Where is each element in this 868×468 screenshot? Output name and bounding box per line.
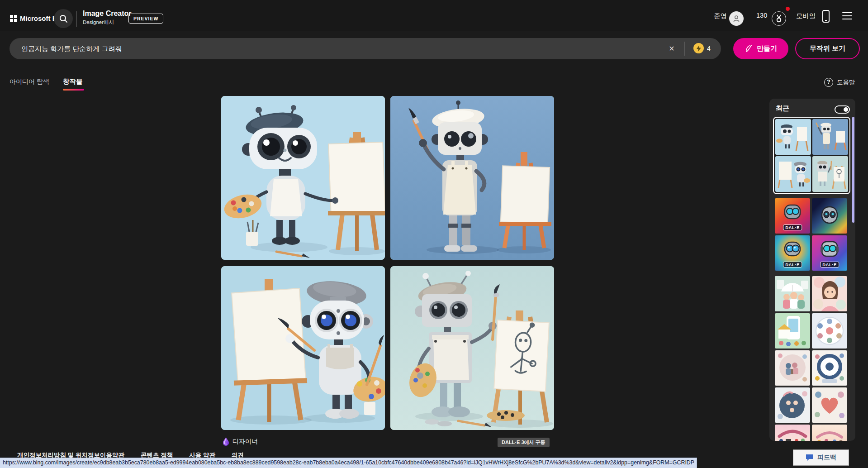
tab-creations[interactable]: 창작물	[63, 77, 83, 86]
generated-image-1[interactable]	[221, 96, 385, 260]
prompt-input[interactable]	[20, 38, 646, 60]
thumbnail-banner-1[interactable]	[775, 425, 810, 441]
browser-status-bar: https://www.bing.com/images/create/ec9db…	[0, 458, 697, 468]
prompt-bar: ✕ 4	[9, 38, 721, 59]
designer-icon	[223, 437, 229, 446]
help-button[interactable]: ? 도움말	[824, 78, 855, 87]
bing-search-button[interactable]	[54, 9, 73, 28]
bing-image-creator-page: Microsoft Bing Image Creator Designer에서 …	[0, 0, 868, 468]
dalle-wordmark: DAL·E	[783, 262, 802, 267]
microsoft-logo-icon[interactable]	[10, 15, 17, 22]
prompt-bar-divider	[684, 42, 685, 56]
recent-group-robot-painters	[773, 117, 850, 194]
thumbnail-dalle-1[interactable]: DAL·E	[775, 198, 810, 234]
notification-dot	[786, 7, 790, 11]
recent-group-illustrations-2	[775, 350, 847, 423]
thumbnail-illustration-home-app[interactable]	[775, 313, 810, 349]
mobile-label[interactable]: 모바일	[796, 12, 816, 20]
designer-attribution[interactable]: 디자이너	[223, 437, 258, 446]
boost-count: 4	[707, 45, 711, 52]
feedback-button[interactable]: 피드백	[793, 449, 849, 466]
boost-coin-icon	[693, 43, 704, 53]
recent-toggle[interactable]	[835, 105, 850, 114]
recent-group-banners	[775, 425, 847, 441]
rewards-points[interactable]: 130	[756, 12, 767, 19]
tab-explore-ideas[interactable]: 아이디어 탐색	[9, 78, 49, 86]
thumbnail-robot-4[interactable]	[812, 156, 848, 192]
person-icon	[732, 14, 740, 23]
thumbnail-illustration-circle-items[interactable]	[812, 313, 847, 349]
thumbnail-robot-2[interactable]	[812, 119, 848, 155]
thumbnail-dalle-2[interactable]	[812, 198, 847, 234]
hamburger-menu-icon[interactable]	[842, 12, 852, 19]
user-name[interactable]: 준영	[714, 12, 727, 20]
preview-badge: PREVIEW	[128, 14, 163, 24]
recent-panel: 최근	[769, 99, 855, 441]
avatar[interactable]	[729, 11, 744, 26]
thumbnail-robot-1[interactable]	[775, 119, 811, 155]
recent-title: 최근	[776, 104, 789, 113]
thumbnail-illustration-family-circle[interactable]	[775, 350, 810, 386]
thumbnail-dalle-4[interactable]: DAL·E	[812, 235, 847, 271]
thumbnail-illustration-medical-ring[interactable]	[812, 350, 847, 386]
generated-image-4[interactable]	[390, 266, 554, 430]
thumbnail-illustration-portrait[interactable]	[812, 276, 847, 311]
status-url: https://www.bing.com/images/create/ec9db…	[3, 459, 694, 466]
surprise-me-button[interactable]: 무작위 보기	[795, 38, 860, 59]
clear-icon[interactable]: ✕	[666, 43, 677, 54]
thumbnail-illustration-umbrella[interactable]	[775, 276, 810, 311]
surprise-button-label: 무작위 보기	[810, 44, 845, 53]
create-button-label: 만들기	[757, 44, 777, 53]
medal-icon	[775, 14, 783, 23]
app-subtitle: Designer에서	[83, 19, 114, 26]
paintbrush-icon	[745, 44, 753, 53]
search-icon	[59, 14, 68, 23]
thumbnail-dalle-3[interactable]: DAL·E	[775, 235, 810, 271]
dalle-wordmark: DAL·E	[783, 224, 802, 230]
phone-icon[interactable]	[822, 10, 830, 23]
app-title: Image Creator	[83, 10, 132, 18]
thumbnail-illustration-heart[interactable]	[812, 387, 847, 423]
thumbnail-banner-2[interactable]	[812, 425, 847, 441]
feedback-label: 피드백	[817, 454, 836, 462]
speech-bubble-icon	[806, 454, 814, 461]
panel-scrollbar[interactable]	[852, 117, 854, 223]
generated-image-3[interactable]	[221, 266, 385, 430]
designer-label: 디자이너	[232, 438, 258, 446]
dalle-wordmark: DAL·E	[820, 262, 839, 267]
active-tab-underline	[63, 89, 84, 91]
rewards-button[interactable]	[772, 11, 786, 26]
header-divider	[76, 11, 77, 27]
boost-chip: 4	[693, 43, 711, 53]
create-button[interactable]: 만들기	[733, 38, 788, 59]
recent-group-illustrations-1	[775, 276, 847, 349]
thumbnail-robot-3[interactable]	[775, 156, 811, 192]
help-label: 도움말	[837, 78, 855, 86]
recent-group-dalle-logos: DAL·E DAL·E DAL·E	[775, 198, 847, 271]
thumbnail-illustration-community-blue[interactable]	[775, 387, 810, 423]
top-bar: Microsoft Bing Image Creator Designer에서 …	[0, 0, 868, 31]
generated-image-2[interactable]	[390, 96, 554, 260]
dalle-engine-badge: DALL·E 3에서 구동	[498, 438, 550, 447]
help-icon: ?	[824, 78, 833, 87]
